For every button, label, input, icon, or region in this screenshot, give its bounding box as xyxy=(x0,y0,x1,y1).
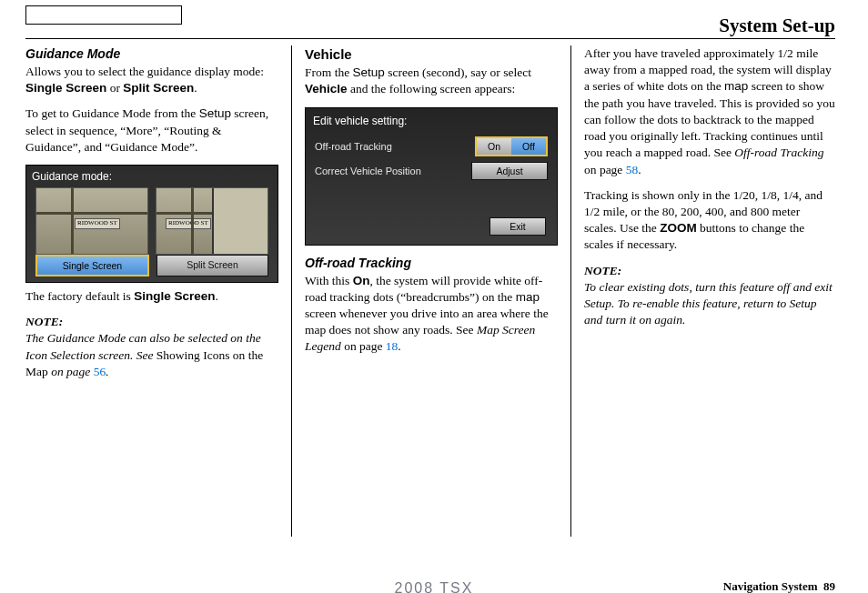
footer-model: 2008 TSX xyxy=(395,578,474,593)
column-3: After you have traveled approximately 1/… xyxy=(571,45,835,537)
screenshot-edit-vehicle: Edit vehicle setting: Off-road Tracking … xyxy=(305,107,558,246)
text-setup: Setup xyxy=(199,106,231,120)
paragraph: The factory default is Single Screen. xyxy=(25,288,278,305)
row-label-offroad: Off-road Tracking xyxy=(315,140,469,154)
page-link-18[interactable]: 18 xyxy=(386,339,399,353)
toggle-off[interactable]: Off xyxy=(511,138,546,155)
paragraph: Allows you to select the guidance displa… xyxy=(25,64,278,96)
footer-right: Navigation System 89 xyxy=(723,578,835,593)
offroad-toggle[interactable]: On Off xyxy=(475,136,548,156)
toggle-on[interactable]: On xyxy=(477,138,511,155)
screenshot-title: Edit vehicle setting: xyxy=(306,108,557,134)
note-body: To clear existing dots, turn this featur… xyxy=(584,279,835,329)
paragraph: After you have traveled approximately 1/… xyxy=(584,45,835,178)
page-link-56[interactable]: 56 xyxy=(94,365,106,378)
map-thumb-single: RIDWOOD ST xyxy=(35,187,148,255)
column-1: Guidance Mode Allows you to select the g… xyxy=(25,45,291,537)
paragraph: To get to Guidance Mode from the Setup s… xyxy=(25,106,278,156)
note-label: NOTE: xyxy=(584,263,835,279)
screenshot-title: Guidance mode: xyxy=(26,166,278,187)
paragraph: Tracking is shown only in the 1/20, 1/8,… xyxy=(584,187,835,254)
column-2: Vehicle From the Setup screen (second), … xyxy=(291,45,571,537)
content-columns: Guidance Mode Allows you to select the g… xyxy=(25,45,835,537)
screenshot-guidance-mode: Guidance mode: RIDWOOD ST RIDWOOD ST Sin… xyxy=(25,165,278,283)
header-empty-box xyxy=(25,5,182,25)
heading-guidance-mode: Guidance Mode xyxy=(25,45,278,63)
exit-button[interactable]: Exit xyxy=(490,217,546,236)
heading-offroad-tracking: Off-road Tracking xyxy=(305,255,558,272)
split-screen-button[interactable]: Split Screen xyxy=(156,255,268,276)
row-label-correct-position: Correct Vehicle Position xyxy=(315,165,466,178)
horizontal-rule xyxy=(25,38,835,39)
note-label: NOTE: xyxy=(25,314,278,330)
text-split-screen: Split Screen xyxy=(123,81,194,95)
paragraph: From the Setup screen (second), say or s… xyxy=(305,65,558,97)
adjust-button[interactable]: Adjust xyxy=(471,162,548,180)
note-body: The Guidance Mode can also be selected o… xyxy=(25,330,278,380)
single-screen-button[interactable]: Single Screen xyxy=(35,255,149,276)
paragraph: With this On, the system will provide wh… xyxy=(305,273,558,356)
page-link-58[interactable]: 58 xyxy=(626,163,639,176)
text-single-screen: Single Screen xyxy=(25,81,106,95)
map-thumb-split: RIDWOOD ST xyxy=(156,187,268,255)
heading-vehicle: Vehicle xyxy=(305,45,558,64)
page-title: System Set-up xyxy=(719,13,835,38)
